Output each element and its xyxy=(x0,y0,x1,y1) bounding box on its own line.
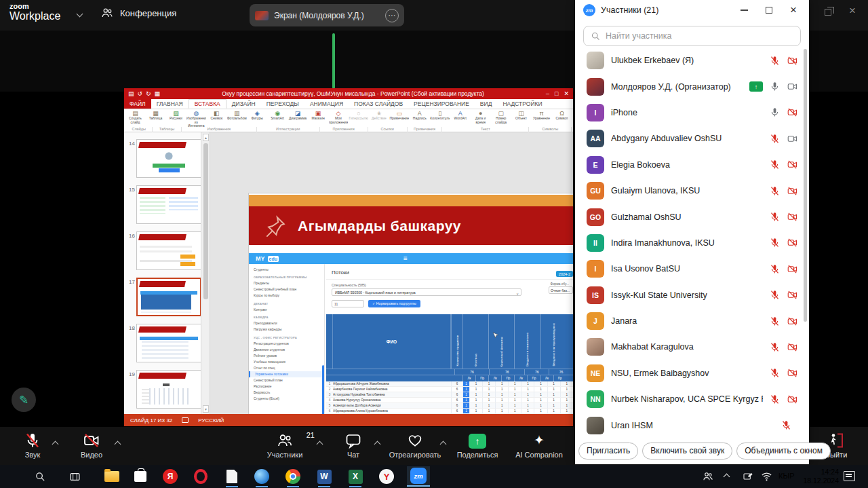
participant-row[interactable]: IS Issyk-Kul State University ↑ xyxy=(575,282,809,308)
slide-thumbnail-image[interactable] xyxy=(136,139,201,178)
slide-thumbnail[interactable]: 16 xyxy=(127,231,201,270)
participants-list[interactable]: Ulukbek Erkebaev (Я) ↑ Молдояров У.Д. (О… xyxy=(575,48,809,434)
browser-icon[interactable] xyxy=(254,468,270,485)
ribbon-button[interactable]: A WordArt xyxy=(450,110,470,127)
participant-row[interactable]: AA Abdygany Abduvaliev OshSU ↑ xyxy=(575,126,809,151)
ribbon-tab[interactable]: ПОКАЗ СЛАЙДОВ xyxy=(349,99,408,109)
ribbon-button[interactable]: ◧ Снимок xyxy=(207,110,226,127)
slide-thumbnail-image[interactable] xyxy=(136,278,201,316)
maximize-icon[interactable]: □ xyxy=(555,90,558,97)
undo-icon[interactable]: ↺ xyxy=(138,90,143,97)
ribbon-tab[interactable]: ПЕРЕХОДЫ xyxy=(261,99,304,109)
audio-button[interactable]: Звук xyxy=(12,431,53,459)
slide-thumbnail[interactable]: 19 xyxy=(127,370,201,409)
ribbon-button[interactable]: A Надпись xyxy=(410,110,429,127)
participant-row[interactable]: Uran IHSM ↑ xyxy=(575,412,809,434)
ribbon-button[interactable]: ★ Действие xyxy=(369,110,389,127)
chat-options-chevron[interactable] xyxy=(374,441,381,448)
ribbon-button[interactable]: ▤ Создать слайд xyxy=(125,110,145,127)
video-button[interactable]: Видео xyxy=(71,431,112,459)
slide-thumbnail-image[interactable] xyxy=(136,185,201,224)
show-hidden-icons-chevron[interactable] xyxy=(724,474,730,481)
document-app-icon[interactable] xyxy=(224,468,240,485)
tab-conference[interactable]: Конференция xyxy=(100,7,176,19)
ribbon-tab[interactable]: АНИМАЦИЯ xyxy=(304,99,349,109)
language-indicator[interactable]: РУССКИЙ xyxy=(198,417,224,424)
file-explorer-icon[interactable] xyxy=(104,468,120,485)
clock[interactable]: 14:24 18.12.2024 xyxy=(797,468,839,485)
ribbon-button[interactable]: ◪ Диаграмма xyxy=(288,110,308,127)
panel-close-icon[interactable]: × xyxy=(790,6,797,14)
participants-button[interactable]: 21 Участники xyxy=(264,431,305,459)
window-restore-icon[interactable] xyxy=(825,9,831,16)
yandex-icon[interactable]: Я xyxy=(162,468,178,485)
react-button[interactable]: Отреагировать xyxy=(384,431,446,459)
ribbon-button[interactable]: ▢ Номер слайда xyxy=(491,110,511,127)
participant-row[interactable]: NN Nurbek Nisharapov, UCA SPCE Kyrgyz R.… xyxy=(575,386,809,412)
panel-maximize-icon[interactable] xyxy=(766,7,772,14)
window-close-icon[interactable]: × xyxy=(849,4,856,18)
ribbon-button[interactable]: ○ Гиперссылка xyxy=(349,110,368,127)
ribbon-tab[interactable]: ФАЙЛ xyxy=(124,99,151,109)
ribbon-tab[interactable]: ГЛАВНАЯ xyxy=(151,99,189,109)
powerpoint-window-controls[interactable]: – □ ✕ xyxy=(542,90,573,97)
excel-icon[interactable]: X xyxy=(347,468,363,485)
minimize-icon[interactable]: – xyxy=(546,90,549,97)
audio-options-chevron[interactable] xyxy=(52,441,59,448)
ribbon-tab[interactable]: ВИД xyxy=(475,99,498,109)
wifi-icon[interactable] xyxy=(761,471,772,482)
participant-row[interactable]: I Isa Usonov BatSU ↑ xyxy=(575,256,809,282)
participant-row[interactable]: GO Gulzhamal OshSU ↑ xyxy=(575,204,809,229)
participant-row[interactable]: Молдояров У.Д. (Организатор) ↑ xyxy=(575,73,809,99)
word-icon[interactable]: W xyxy=(316,468,332,485)
chrome-icon[interactable] xyxy=(285,468,301,485)
ribbon-button[interactable]: ◈ Фигуры xyxy=(248,110,267,127)
ribbon-button[interactable]: ▨ Рисунки xyxy=(166,110,186,127)
panel-minimize-icon[interactable] xyxy=(741,10,748,11)
ribbon-tab[interactable]: ДИЗАЙН xyxy=(226,99,261,109)
participant-row[interactable]: Makhabat Karagulova ↑ xyxy=(575,334,809,360)
ribbon-button[interactable]: ▭ Примечание xyxy=(389,110,409,127)
invite-button[interactable]: Пригласить xyxy=(578,443,638,459)
people-tray-icon[interactable] xyxy=(703,471,713,482)
chevron-down-icon[interactable] xyxy=(77,11,83,18)
ribbon-button[interactable]: ● Дата и время xyxy=(471,110,490,127)
merge-window-button[interactable]: Объединить с окном xyxy=(736,443,831,459)
slide-thumbnail-image[interactable] xyxy=(136,324,201,362)
slide-thumbnail[interactable]: 18 xyxy=(127,324,201,362)
participant-row[interactable]: GU Gulaiym Ulanova, IKSU ↑ xyxy=(575,178,809,204)
slide-thumbnail-image[interactable] xyxy=(136,231,201,270)
ribbon-button[interactable]: ▥ Фотоальбом xyxy=(227,110,247,127)
tablet-pen-icon[interactable] xyxy=(742,471,754,482)
ribbon-button[interactable]: Ω Символ xyxy=(552,110,572,127)
scroll-up-icon[interactable]: ▲ xyxy=(203,134,209,141)
slide-thumbnail[interactable]: 15 xyxy=(127,185,201,224)
participant-row[interactable]: J Janara ↑ xyxy=(575,308,809,334)
close-icon[interactable]: ✕ xyxy=(564,90,569,97)
ribbon-button[interactable]: ▯ Колонтитулы xyxy=(430,110,450,127)
participant-row[interactable]: Ulukbek Erkebaev (Я) ↑ xyxy=(575,48,809,73)
participants-scrollbar[interactable] xyxy=(804,49,807,322)
ai-companion-button[interactable]: ✦ AI Companion xyxy=(511,431,568,459)
participant-row[interactable]: E Elegia Bokoeva ↑ xyxy=(575,152,809,178)
search-icon[interactable] xyxy=(35,471,46,483)
zoom-app-icon[interactable]: zm xyxy=(407,466,430,487)
video-tile[interactable]: Молдояров У.Д. xyxy=(332,33,335,89)
slide-thumbnail-image[interactable] xyxy=(136,370,201,409)
annotate-button[interactable]: ✎ xyxy=(12,388,36,412)
slide-thumbnail[interactable]: 17 xyxy=(127,278,201,316)
participant-row[interactable]: II Indira Imanakhunova, IKSU ↑ xyxy=(575,230,809,256)
ribbon-button[interactable]: ◇ Мои приложения xyxy=(329,110,349,127)
scrollbar-thumb[interactable] xyxy=(203,143,208,299)
ribbon-tab[interactable]: ВСТАВКА xyxy=(189,99,226,109)
task-view-icon[interactable] xyxy=(69,471,81,483)
participants-options-chevron[interactable] xyxy=(317,441,323,448)
redo-icon[interactable]: ↻ xyxy=(146,90,151,97)
ribbon-button[interactable]: ◉ SmartArt xyxy=(268,110,288,127)
participant-row[interactable]: NE NSU, Ermek Baibagyshov ↑ xyxy=(575,360,809,386)
more-options-icon[interactable]: ⋯ xyxy=(385,9,399,22)
share-button[interactable]: ↑ Поделиться xyxy=(456,431,498,459)
quick-access-toolbar[interactable]: ▤↺↻▦ xyxy=(124,90,164,97)
participant-search-input[interactable]: Найти участника xyxy=(583,26,801,46)
thumbnail-scrollbar[interactable]: ▲ ▼ xyxy=(201,132,210,414)
